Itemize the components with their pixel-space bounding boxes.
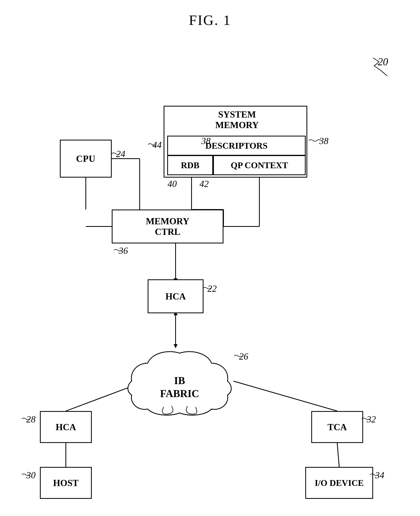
rdb-box: RDB [167, 155, 213, 175]
ib-fabric-ref-squiggle [233, 354, 245, 362]
memory-ctrl-label: MEMORY CTRL [146, 216, 189, 237]
host-label: HOST [53, 478, 79, 488]
hca-left-ref-squiggle [21, 417, 33, 425]
host-ref-squiggle [21, 473, 33, 481]
svg-line-15 [337, 443, 339, 467]
io-device-box: I/O DEVICE [305, 467, 373, 499]
host-box: HOST [40, 467, 92, 499]
hca-main-box: HCA [148, 279, 203, 313]
cpu-label: CPU [76, 153, 96, 164]
memory-ctrl-box: MEMORY CTRL [112, 209, 224, 243]
system-memory-label: SYSTEM MEMORY [167, 109, 307, 130]
svg-line-14 [233, 381, 337, 411]
hca-main-label: HCA [165, 291, 186, 302]
tca-label: TCA [327, 422, 347, 432]
diagram-container: FIG. 1 20 [0, 0, 420, 516]
svg-text:FABRIC: FABRIC [160, 388, 199, 399]
cpu-box: CPU [60, 140, 112, 178]
hca-left-box: HCA [40, 411, 92, 443]
qp-context-box: QP CONTEXT [213, 155, 306, 175]
descriptors-ref-squiggle [147, 142, 159, 150]
figure-title: FIG. 1 [189, 12, 231, 29]
memory-ctrl-ref-squiggle [113, 248, 125, 256]
io-device-label: I/O DEVICE [315, 478, 364, 488]
cpu-ref-squiggle [111, 152, 123, 160]
descriptors-label: DESCRIPTORS [205, 141, 268, 151]
descriptors-box: DESCRIPTORS [167, 136, 306, 156]
svg-line-0 [380, 70, 387, 76]
tca-box: TCA [311, 411, 363, 443]
hca-left-label: HCA [56, 422, 76, 432]
tca-ref-squiggle [361, 417, 373, 425]
qp-ref: 42 [200, 179, 209, 189]
system-memory-ref: 38 [201, 136, 210, 146]
ref-20-label: 20 [378, 56, 388, 68]
system-memory-ref-num: 38 [319, 136, 328, 146]
io-device-ref-squiggle [369, 473, 381, 481]
rdb-label: RDB [181, 160, 200, 170]
ib-fabric-cloud: IB FABRIC [124, 345, 235, 417]
svg-text:IB: IB [174, 375, 185, 386]
rdb-ref: 40 [168, 179, 177, 189]
hca-main-ref-squiggle [202, 286, 214, 294]
qp-context-label: QP CONTEXT [231, 160, 288, 170]
